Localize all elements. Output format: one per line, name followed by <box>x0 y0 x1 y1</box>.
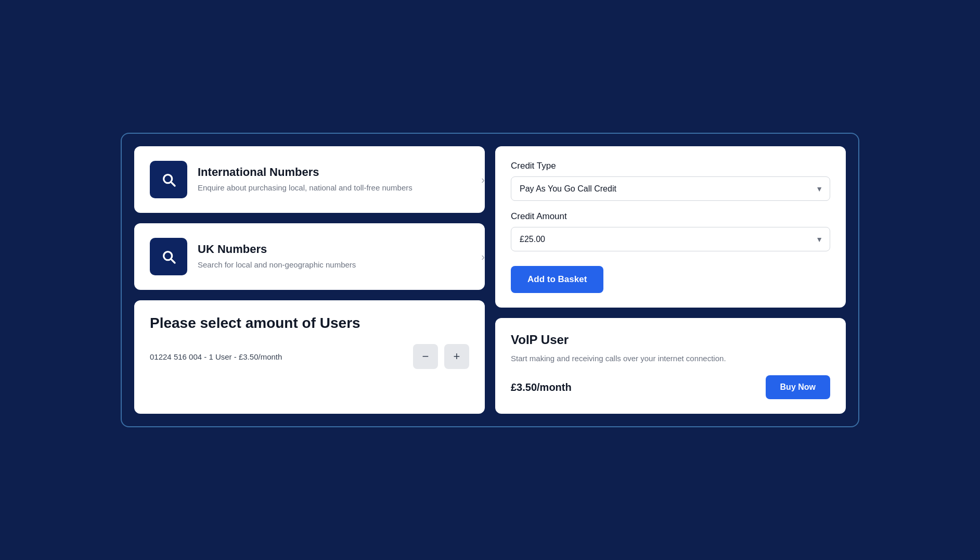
international-numbers-card[interactable]: International Numbers Enquire about purc… <box>134 146 485 213</box>
uk-numbers-text: UK Numbers Search for local and non-geog… <box>198 243 469 271</box>
users-card: Please select amount of Users 01224 516 … <box>134 300 485 414</box>
credit-amount-select[interactable]: £10.00 £25.00 £50.00 £100.00 <box>511 227 830 251</box>
international-numbers-title: International Numbers <box>198 166 469 179</box>
add-to-basket-button[interactable]: Add to Basket <box>511 266 603 293</box>
credit-amount-select-wrapper: £10.00 £25.00 £50.00 £100.00 ▼ <box>511 227 830 251</box>
credit-type-select[interactable]: Pay As You Go Call Credit Monthly Credit… <box>511 176 830 201</box>
international-numbers-description: Enquire about purchasing local, national… <box>198 182 469 194</box>
search-icon <box>160 248 177 265</box>
credit-amount-label: Credit Amount <box>511 211 830 222</box>
left-column: International Numbers Enquire about purc… <box>134 146 485 414</box>
buy-now-button[interactable]: Buy Now <box>766 375 830 399</box>
voip-price: £3.50/month <box>511 381 572 393</box>
credit-type-select-wrapper: Pay As You Go Call Credit Monthly Credit… <box>511 176 830 201</box>
users-row: 01224 516 004 - 1 User - £3.50/month − + <box>150 344 469 369</box>
chevron-right-icon: › <box>481 174 485 186</box>
uk-numbers-description: Search for local and non-geographic numb… <box>198 259 469 271</box>
voip-footer: £3.50/month Buy Now <box>511 375 830 399</box>
uk-numbers-card[interactable]: UK Numbers Search for local and non-geog… <box>134 223 485 290</box>
increment-users-button[interactable]: + <box>444 344 469 369</box>
credit-card: Credit Type Pay As You Go Call Credit Mo… <box>495 146 846 308</box>
uk-numbers-icon-box <box>150 238 187 275</box>
international-numbers-icon-box <box>150 161 187 198</box>
voip-description: Start making and receiving calls over yo… <box>511 352 830 365</box>
international-numbers-text: International Numbers Enquire about purc… <box>198 166 469 194</box>
main-container: International Numbers Enquire about purc… <box>121 133 859 427</box>
chevron-right-icon: › <box>481 251 485 263</box>
decrement-users-button[interactable]: − <box>413 344 438 369</box>
voip-title: VoIP User <box>511 333 830 347</box>
uk-numbers-title: UK Numbers <box>198 243 469 256</box>
credit-type-label: Credit Type <box>511 161 830 171</box>
search-icon <box>160 171 177 188</box>
users-title: Please select amount of Users <box>150 315 469 332</box>
right-column: Credit Type Pay As You Go Call Credit Mo… <box>495 146 846 414</box>
voip-card: VoIP User Start making and receiving cal… <box>495 318 846 414</box>
users-label: 01224 516 004 - 1 User - £3.50/month <box>150 352 407 361</box>
